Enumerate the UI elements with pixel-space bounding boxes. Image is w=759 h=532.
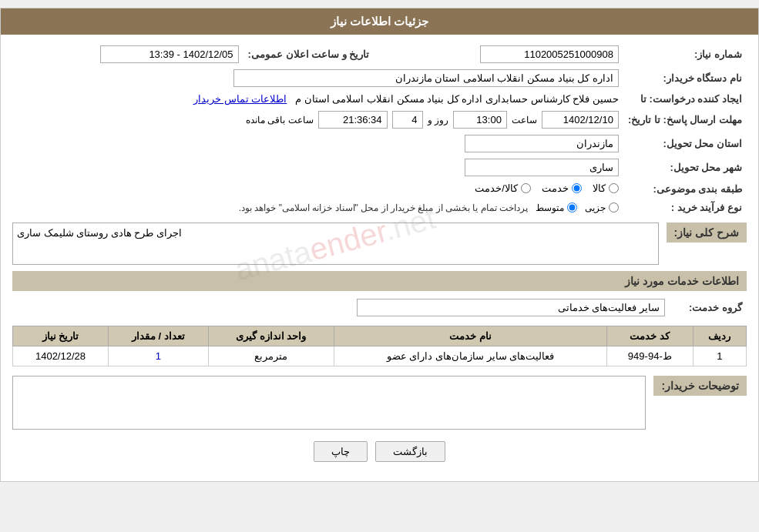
subject-radio-khadamat-input[interactable] <box>572 183 582 193</box>
col-name: نام خدمت <box>334 326 607 346</box>
cell-unit: مترمربع <box>208 346 334 366</box>
announcement-number-value: 1102005251000908 <box>480 45 619 63</box>
delivery-city-value: ساری <box>465 159 619 176</box>
response-remaining-value: 21:36:34 <box>318 111 388 129</box>
service-group-row: گروه خدمت: سایر فعالیت‌های خدماتی <box>12 296 747 320</box>
subject-radio-kala-khadamat-label: کالا/خدمت <box>475 182 518 194</box>
delivery-province-row: استان محل تحویل: مازندران <box>12 132 747 156</box>
purchase-type-label: نوع فرآیند خرید : <box>623 199 747 216</box>
purchase-radio-motavaset[interactable]: متوسط <box>536 202 577 213</box>
buyer-org-row: نام دستگاه خریدار: اداره کل بنیاد مسکن ا… <box>12 66 747 90</box>
need-description-box: anataender.net اجرای طرح هادی روستای شلی… <box>12 223 659 265</box>
subject-radio-khadamat[interactable]: خدمت <box>542 182 582 194</box>
subject-radio-kala-label: کالا <box>593 182 606 194</box>
page-title: جزئیات اطلاعات نیاز <box>1 8 758 35</box>
col-date: تاریخ نیاز <box>13 326 109 346</box>
response-time-value: 13:00 <box>453 111 507 129</box>
content-area: شماره نیاز: 1102005251000908 تاریخ و ساع… <box>1 35 758 481</box>
subject-radio-group: کالا خدمت کالا/خدمت <box>475 182 619 194</box>
purchase-radio-jozi-label: جزیی <box>585 202 606 213</box>
announcement-number-label: شماره نیاز: <box>623 42 747 66</box>
buyer-description-header: توضیحات خریدار: <box>653 376 747 396</box>
buyer-org-label: نام دستگاه خریدار: <box>623 66 747 90</box>
need-description-wrapper: anataender.net اجرای طرح هادی روستای شلی… <box>12 223 659 265</box>
response-time-label: ساعت <box>512 115 537 125</box>
delivery-city-label: شهر محل تحویل: <box>623 156 747 179</box>
service-info-header: اطلاعات خدمات مورد نیاز <box>12 271 747 291</box>
announcement-datetime-value: 1402/12/05 - 13:39 <box>100 45 239 63</box>
service-table: ردیف کد خدمت نام خدمت واحد اندازه گیری ت… <box>12 326 747 366</box>
service-table-header-row: ردیف کد خدمت نام خدمت واحد اندازه گیری ت… <box>13 326 747 346</box>
response-day-label: روز و <box>428 115 448 125</box>
main-info-table: شماره نیاز: 1102005251000908 تاریخ و ساع… <box>12 42 747 216</box>
subject-radio-kala-khadamat-input[interactable] <box>521 183 531 193</box>
purchase-type-row: نوع فرآیند خرید : جزیی متوسط پرداخت تمام… <box>12 199 747 216</box>
service-group-value: سایر فعالیت‌های خدماتی <box>357 299 665 316</box>
service-group-label: گروه خدمت: <box>670 296 747 320</box>
service-group-table: گروه خدمت: سایر فعالیت‌های خدماتی <box>12 296 747 320</box>
service-table-head: ردیف کد خدمت نام خدمت واحد اندازه گیری ت… <box>13 326 747 346</box>
purchase-radio-jozi[interactable]: جزیی <box>585 202 619 213</box>
buyer-description-wrapper <box>12 376 646 430</box>
page-wrapper: جزئیات اطلاعات نیاز شماره نیاز: 11020052… <box>0 8 759 482</box>
response-date-value: 1402/12/10 <box>542 111 619 129</box>
service-table-body: 1 ط-94-949 فعالیت‌های سایر سازمان‌های دا… <box>13 346 747 366</box>
announcement-datetime-label: تاریخ و ساعت اعلان عمومی: <box>243 42 393 66</box>
print-button[interactable]: چاپ <box>314 441 368 462</box>
table-row: 1 ط-94-949 فعالیت‌های سایر سازمان‌های دا… <box>13 346 747 366</box>
buyer-description-box <box>12 376 646 430</box>
subject-radio-kala-khadamat[interactable]: کالا/خدمت <box>475 182 531 194</box>
subject-radio-kala-input[interactable] <box>609 183 619 193</box>
response-deadline-label: مهلت ارسال پاسخ: تا تاریخ: <box>623 108 747 132</box>
button-row: بازگشت چاپ <box>12 441 747 462</box>
announcement-row: شماره نیاز: 1102005251000908 تاریخ و ساع… <box>12 42 747 66</box>
response-deadline-row: مهلت ارسال پاسخ: تا تاریخ: 1402/12/10 سا… <box>12 108 747 132</box>
delivery-city-row: شهر محل تحویل: ساری <box>12 156 747 179</box>
response-remaining-label: ساعت باقی مانده <box>246 115 314 125</box>
purchase-radio-motavaset-input[interactable] <box>567 202 577 212</box>
creator-value: حسین فلاح کارشناس حسابداری اداره کل بنیا… <box>295 93 619 105</box>
cell-row-num: 1 <box>693 346 746 366</box>
subject-radio-kala[interactable]: کالا <box>593 182 619 194</box>
buyer-org-value: اداره کل بنیاد مسکن انقلاب اسلامی استان … <box>233 69 619 87</box>
col-quantity: تعداد / مقدار <box>108 326 208 346</box>
back-button[interactable]: بازگشت <box>375 441 445 462</box>
creator-contact-link[interactable]: اطلاعات تماس خریدار <box>193 93 287 105</box>
subject-classification-label: طبقه بندی موضوعی: <box>623 179 747 199</box>
date-row: 1402/12/10 ساعت 13:00 روز و 4 21:36:34 س… <box>17 111 619 129</box>
creator-row: ایجاد کننده درخواست: تا حسین فلاح کارشنا… <box>12 90 747 108</box>
purchase-note: پرداخت تمام یا بخشی از مبلغ خریدار از مح… <box>239 202 528 213</box>
cell-quantity: 1 <box>108 346 208 366</box>
buyer-description-section: توضیحات خریدار: <box>12 376 747 430</box>
creator-label: ایجاد کننده درخواست: تا <box>623 90 747 108</box>
col-row-num: ردیف <box>693 326 746 346</box>
purchase-radio-jozi-input[interactable] <box>609 202 619 212</box>
need-description-value: اجرای طرح هادی روستای شلیمک ساری <box>17 227 182 239</box>
delivery-province-label: استان محل تحویل: <box>623 132 747 156</box>
cell-date: 1402/12/28 <box>13 346 109 366</box>
subject-classification-row: طبقه بندی موضوعی: کالا خدمت <box>12 179 747 199</box>
need-description-section: شرح کلی نیاز: anataender.net اجرای طرح ه… <box>12 223 747 265</box>
need-description-header: شرح کلی نیاز: <box>667 223 747 243</box>
delivery-province-value: مازندران <box>465 135 619 152</box>
col-code: کد خدمت <box>607 326 694 346</box>
col-unit: واحد اندازه گیری <box>208 326 334 346</box>
cell-code: ط-94-949 <box>607 346 694 366</box>
response-day-value: 4 <box>392 111 423 129</box>
purchase-radio-motavaset-label: متوسط <box>536 202 564 213</box>
cell-name: فعالیت‌های سایر سازمان‌های دارای عضو <box>334 346 607 366</box>
subject-radio-khadamat-label: خدمت <box>542 182 569 194</box>
process-type-row: جزیی متوسط پرداخت تمام یا بخشی از مبلغ خ… <box>17 202 619 213</box>
